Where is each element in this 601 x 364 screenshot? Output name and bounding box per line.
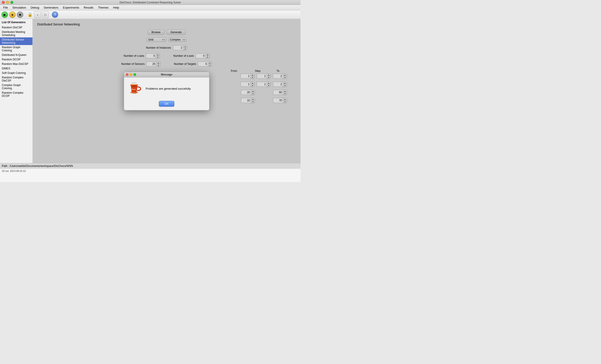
sidebar: List Of Generators Random DisCSP Distrib…: [0, 19, 33, 163]
sidebar-item-random-complex-discsp[interactable]: Random Complex DisCSP: [0, 75, 32, 83]
menu-simulation[interactable]: Simulation: [10, 5, 28, 10]
sidebar-item-random-max-discsp[interactable]: Random Max-DisCSP: [0, 62, 32, 66]
menu-themes[interactable]: Themes: [96, 5, 111, 10]
sidebar-item-distributed-nqueen[interactable]: Distributed N-Queen: [0, 53, 32, 57]
menu-help[interactable]: Help: [111, 5, 121, 10]
java-icon: Java: [129, 82, 142, 96]
dialog-titlebar: Message: [124, 72, 209, 77]
log-timestamp: 23 oct. 2013 09:15:12: [2, 170, 26, 172]
dialog-close-button[interactable]: [126, 73, 129, 76]
sidebar-item-soft-graph[interactable]: Soft Graph Coloring: [0, 71, 32, 75]
close-button[interactable]: [2, 1, 5, 4]
window-controls[interactable]: [2, 1, 13, 4]
sidebar-item-distributed-sensor[interactable]: Distributed Sensor Networking: [0, 37, 32, 45]
dialog-body: Java Problems are generated succefully: [124, 77, 209, 99]
sidebar-item-random-discsp[interactable]: Random DisCSP: [0, 25, 32, 30]
sidebar-item-random-dcop[interactable]: Random DCOP: [0, 57, 32, 62]
menu-results[interactable]: Results: [81, 5, 96, 10]
menu-debug[interactable]: Debug: [28, 5, 41, 10]
menu-bar: File Simulation Debug Generators Experim…: [0, 5, 300, 10]
pause-button[interactable]: ●: [9, 11, 16, 18]
lock-icon[interactable]: 🔒: [27, 11, 33, 18]
dialog-overlay: Message: [33, 19, 300, 163]
dialog-ok-button[interactable]: OK: [159, 101, 174, 106]
minimize-button[interactable]: [6, 1, 9, 4]
status-bar: Path : /Users/wahbi/Documents/workspace/…: [0, 163, 300, 169]
svg-point-2: [131, 85, 137, 87]
dialog-footer: OK: [124, 99, 209, 110]
svg-point-3: [130, 92, 138, 94]
export-button[interactable]: □: [42, 11, 49, 18]
stop-button[interactable]: ■: [17, 11, 23, 18]
sidebar-item-random-graph[interactable]: Random Graph Coloring: [0, 45, 32, 53]
menu-generators[interactable]: Generators: [41, 5, 61, 10]
dialog-message: Problems are generated succefully: [146, 87, 205, 90]
menu-experiments[interactable]: Experiments: [61, 5, 81, 10]
menu-file[interactable]: File: [1, 5, 10, 10]
dialog-title: Message: [161, 73, 172, 76]
play-button[interactable]: ▶: [1, 11, 8, 18]
status-path: Path : /Users/wahbi/Documents/workspace/…: [2, 164, 73, 168]
java-logo-svg: Java: [129, 82, 142, 96]
dialog-controls: [126, 73, 136, 76]
maximize-button[interactable]: [10, 1, 13, 4]
title-bar: DisChoco: Distributed Constraint Reasoni…: [0, 0, 300, 5]
message-dialog: Message: [124, 72, 210, 110]
help-button[interactable]: ?: [52, 11, 58, 18]
sidebar-item-distributed-meeting[interactable]: Distributed Meeting Scheduling: [0, 30, 32, 37]
window-title: DisChoco: Distributed Constraint Reasoni…: [120, 1, 181, 4]
dialog-min-button[interactable]: [130, 73, 132, 76]
sidebar-item-complex-graph[interactable]: Complex Graph Coloring: [0, 83, 32, 91]
main-layout: List Of Generators Random DisCSP Distrib…: [0, 19, 300, 163]
toolbar: ▶ ● ■ 🔒 ↓ □ ?: [0, 10, 300, 19]
content-area: Distributed Sensor Networking Browse Gen…: [33, 19, 300, 163]
sidebar-header: List Of Generators: [0, 20, 32, 25]
sidebar-item-dimes[interactable]: DiMES: [0, 66, 32, 71]
import-button[interactable]: ↓: [34, 11, 41, 18]
dialog-max-button[interactable]: [133, 73, 136, 76]
svg-text:Java: Java: [131, 88, 136, 90]
sidebar-item-random-complex-dcop[interactable]: Random Complex DCOP: [0, 91, 32, 98]
log-area: 23 oct. 2013 09:15:12: [0, 169, 300, 182]
